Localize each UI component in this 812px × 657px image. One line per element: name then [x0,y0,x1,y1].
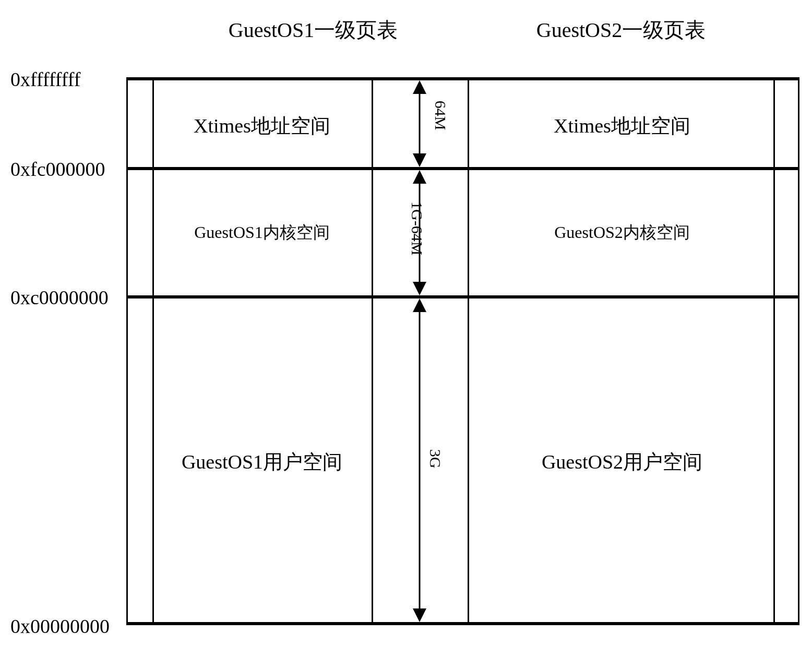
arrow-up-icon [413,170,426,184]
arrow-down-icon [413,608,426,622]
size-1g64m-label: 1G-64M [408,201,426,255]
size-arrow-3g: 3G [372,298,468,622]
arrow-line-64m [419,93,421,154]
arrow-up-icon [413,80,426,94]
vline-1 [152,77,154,625]
size-arrow-1g64m: 1G-64M [372,170,468,295]
addr-fc000000: 0xfc000000 [10,158,105,181]
cell-os1-user: GuestOS1用户空间 [158,449,366,475]
cell-os2-user: GuestOS2用户空间 [476,449,768,475]
table-grid: Xtimes地址空间 GuestOS1内核空间 GuestOS1用户空间 Xti… [126,77,799,625]
memory-map-diagram: GuestOS1一级页表 GuestOS2一级页表 0xffffffff 0xf… [10,10,812,657]
addr-00000000: 0x00000000 [10,615,110,638]
hline-bottom [126,622,799,625]
cell-os1-kernel: GuestOS1内核空间 [158,221,366,244]
cell-os2-kernel: GuestOS2内核空间 [476,221,768,244]
header-guestos2: GuestOS2一级页表 [491,16,751,44]
arrow-down-icon [413,282,426,295]
arrow-up-icon [413,298,426,312]
size-64m-label: 64M [432,101,449,130]
addr-c0000000: 0xc0000000 [10,286,109,309]
vline-3 [468,77,469,625]
header-guestos1: GuestOS1一级页表 [183,16,444,44]
size-arrow-64m: 64M [372,80,468,167]
cell-os2-xtimes: Xtimes地址空间 [476,113,768,139]
size-3g-label: 3G [426,449,444,469]
arrow-line-3g [419,311,421,610]
arrow-down-icon [413,153,426,167]
vline-5 [798,77,799,625]
addr-ffffffff: 0xffffffff [10,68,80,91]
vline-0 [126,77,128,625]
vline-4 [773,77,775,625]
cell-os1-xtimes: Xtimes地址空间 [158,113,366,139]
